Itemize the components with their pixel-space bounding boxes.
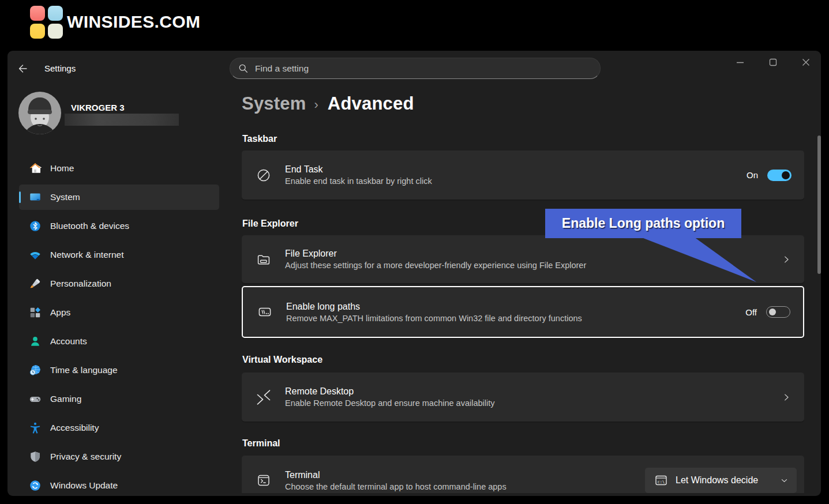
user-status-bar [65, 114, 179, 126]
command-prompt-icon: c:\ [654, 473, 668, 487]
card-enable-long-paths-subtitle: Remove MAX_PATH limitations from common … [286, 313, 582, 324]
breadcrumb-parent[interactable]: System [242, 93, 306, 114]
avatar[interactable] [18, 92, 61, 134]
enable-long-paths-toggle-state: Off [745, 307, 757, 317]
accessibility-icon [29, 422, 42, 434]
card-terminal-subtitle: Choose the default terminal app to host … [285, 482, 507, 492]
callout-tail [635, 234, 762, 285]
user-name: VIKROGER 3 [71, 103, 125, 112]
sidebar-nav: Home System Bluetooth & devices Network … [19, 156, 219, 496]
card-enable-long-paths[interactable]: Enable long paths Remove MAX_PATH limita… [242, 286, 804, 338]
windows-update-icon [29, 479, 42, 492]
section-label-terminal: Terminal [242, 438, 280, 449]
logo-square-blue [48, 6, 63, 21]
privacy-security-icon [29, 450, 42, 463]
network-icon [29, 249, 42, 261]
sidebar-item-bluetooth[interactable]: Bluetooth & devices [19, 213, 219, 239]
card-end-task-title: End Task [285, 163, 432, 175]
sidebar-item-time-language[interactable]: Time & language [19, 358, 219, 383]
enable-long-paths-toggle[interactable] [766, 306, 790, 318]
callout-text: Enable Long paths option [562, 216, 725, 231]
chevron-right-icon [781, 254, 792, 265]
site-banner: WINSIDES.COM [0, 0, 829, 51]
back-arrow-icon [18, 62, 28, 75]
breadcrumb: System › Advanced [242, 93, 414, 114]
gaming-icon [29, 393, 42, 405]
end-task-icon [256, 168, 271, 183]
sidebar-item-system[interactable]: System [19, 185, 219, 210]
winsides-logo [30, 6, 63, 39]
end-task-toggle[interactable] [767, 170, 792, 181]
sidebar-item-privacy-security[interactable]: Privacy & security [19, 444, 219, 469]
window-title: Settings [44, 63, 76, 73]
section-label-virtual-workspace: Virtual Workspace [242, 355, 322, 365]
scrollbar-thumb[interactable] [817, 136, 821, 274]
personalization-icon [29, 277, 42, 290]
card-remote-desktop-subtitle: Enable Remote Desktop and ensure machine… [285, 398, 495, 409]
card-terminal[interactable]: Terminal Choose the default terminal app… [242, 456, 804, 493]
svg-text:c:\: c:\ [658, 480, 665, 484]
chevron-down-icon [780, 476, 789, 485]
system-icon [29, 191, 42, 204]
breadcrumb-separator-icon: › [314, 97, 318, 112]
sidebar-item-home[interactable]: Home [19, 156, 219, 181]
card-end-task[interactable]: End Task Enable end task in taskbar by r… [242, 151, 804, 200]
back-button[interactable] [18, 62, 28, 75]
sidebar-item-windows-update[interactable]: Windows Update [19, 473, 219, 496]
card-file-explorer-subtitle: Adjust these settings for a more develop… [285, 260, 586, 271]
section-label-file-explorer: File Explorer [242, 219, 298, 229]
logo-square-white [48, 24, 63, 39]
card-end-task-subtitle: Enable end task in taskbar by right clic… [285, 176, 432, 187]
apps-icon [29, 306, 42, 319]
logo-square-yellow [30, 24, 45, 39]
file-explorer-icon [256, 252, 271, 267]
card-file-explorer-title: File Explorer [285, 247, 586, 259]
logo-square-red [30, 6, 45, 21]
selected-indicator [19, 191, 21, 203]
terminal-icon [256, 473, 271, 488]
sidebar-item-network[interactable]: Network & internet [19, 242, 219, 268]
sidebar-item-gaming[interactable]: Gaming [19, 386, 219, 412]
time-language-icon [29, 364, 42, 377]
sidebar-item-personalization[interactable]: Personalization [19, 271, 219, 296]
home-icon [29, 162, 42, 175]
page: WINSIDES.COM Settings Find a setting [0, 0, 829, 504]
brand-title: WINSIDES.COM [67, 12, 200, 32]
card-enable-long-paths-title: Enable long paths [286, 300, 582, 313]
accounts-icon [29, 335, 42, 348]
sidebar-item-accessibility[interactable]: Accessibility [19, 415, 219, 441]
sidebar-item-apps[interactable]: Apps [19, 300, 219, 325]
terminal-dropdown-value: Let Windows decide [676, 475, 758, 486]
bluetooth-icon [29, 220, 42, 232]
terminal-app-dropdown[interactable]: c:\ Let Windows decide [645, 468, 797, 493]
end-task-toggle-state: On [747, 170, 758, 180]
card-terminal-title: Terminal [285, 469, 507, 481]
breadcrumb-current: Advanced [328, 93, 414, 114]
chevron-right-icon [781, 392, 792, 403]
card-remote-desktop-title: Remote Desktop [285, 385, 495, 397]
sidebar-item-accounts[interactable]: Accounts [19, 329, 219, 354]
enable-long-paths-icon [257, 304, 272, 319]
remote-desktop-icon [256, 390, 271, 405]
section-label-taskbar: Taskbar [242, 134, 277, 144]
card-remote-desktop[interactable]: Remote Desktop Enable Remote Desktop and… [242, 373, 804, 422]
